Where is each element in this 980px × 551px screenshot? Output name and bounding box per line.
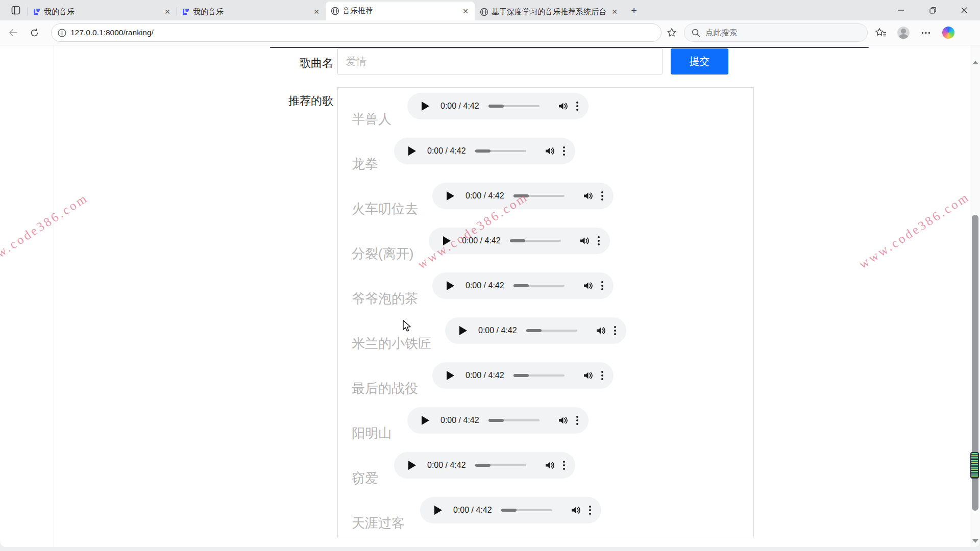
volume-icon[interactable] [558, 416, 568, 425]
seek-bar[interactable] [488, 419, 540, 421]
audio-player[interactable]: 0:00 / 4:42 [420, 497, 601, 523]
back-icon[interactable] [4, 24, 21, 41]
play-icon[interactable] [408, 461, 416, 470]
tab-actions-icon[interactable] [7, 2, 24, 19]
play-icon[interactable] [422, 102, 429, 111]
submit-button[interactable]: 提交 [671, 48, 728, 74]
player-menu-icon[interactable] [576, 101, 578, 112]
url-text[interactable]: 127.0.0.1:8000/ranking/ [70, 28, 154, 37]
song-name-input[interactable] [337, 48, 663, 74]
song-row: 分裂(离开)0:00 / 4:42 [338, 222, 753, 267]
player-menu-icon[interactable] [601, 190, 603, 202]
player-time: 0:00 / 4:42 [440, 102, 479, 111]
song-row: 窃爱0:00 / 4:42 [338, 447, 753, 492]
volume-icon[interactable] [583, 191, 593, 201]
window-close-button[interactable] [948, 0, 980, 20]
volume-icon[interactable] [583, 281, 593, 290]
volume-icon[interactable] [571, 506, 581, 515]
favorites-list-icon[interactable] [872, 23, 890, 42]
audio-player[interactable]: 0:00 / 4:42 [432, 362, 614, 389]
tab-music-recommend-active[interactable]: 音乐推荐 ✕ [326, 2, 475, 20]
play-icon[interactable] [459, 326, 467, 335]
player-menu-icon[interactable] [598, 235, 600, 246]
song-row: 米兰的小铁匠0:00 / 4:42 [338, 312, 753, 357]
seek-bar[interactable] [526, 330, 577, 332]
tab-close-icon[interactable]: ✕ [609, 7, 620, 17]
audio-player[interactable]: 0:00 / 4:42 [407, 407, 589, 434]
seek-bar[interactable] [513, 374, 565, 377]
song-title: 米兰的小铁匠 [352, 335, 431, 353]
play-icon[interactable] [434, 506, 442, 515]
tab-deep-learning-system[interactable]: 基于深度学习的音乐推荐系统后台 ✕ [475, 3, 624, 20]
favorite-star-icon[interactable] [667, 28, 677, 38]
new-tab-button[interactable]: + [627, 4, 641, 18]
play-icon[interactable] [447, 371, 454, 380]
tab-close-icon[interactable]: ✕ [162, 7, 173, 17]
audio-player[interactable]: 0:00 / 4:42 [394, 452, 575, 479]
audio-player[interactable]: 0:00 / 4:42 [394, 138, 575, 164]
song-name-label: 歌曲名 [258, 56, 333, 71]
player-time: 0:00 / 4:42 [427, 146, 466, 156]
play-icon[interactable] [422, 416, 429, 425]
player-menu-icon[interactable] [576, 415, 578, 426]
more-menu-icon[interactable] [917, 23, 935, 42]
volume-icon[interactable] [583, 371, 593, 380]
seek-bar[interactable] [475, 150, 526, 152]
globe-favicon [331, 7, 339, 15]
volume-icon[interactable] [545, 461, 555, 470]
player-menu-icon[interactable] [563, 145, 565, 157]
tab-close-icon[interactable]: ✕ [460, 6, 471, 16]
seek-bar[interactable] [501, 509, 552, 511]
play-icon[interactable] [408, 146, 416, 156]
site-info-icon[interactable] [58, 29, 66, 37]
song-title: 火车叨位去 [352, 200, 418, 218]
player-menu-icon[interactable] [601, 280, 603, 291]
tab-title: 音乐推荐 [342, 6, 457, 16]
seek-bar[interactable] [510, 240, 561, 242]
web-page-content: 歌曲名 提交 推荐的歌 半兽人0:00 / 4:42龙拳0:00 / 4:42火… [0, 45, 980, 547]
volume-icon[interactable] [579, 236, 590, 245]
window-controls [885, 0, 980, 20]
seek-bar[interactable] [488, 105, 540, 107]
player-menu-icon[interactable] [589, 505, 591, 516]
player-menu-icon[interactable] [563, 460, 565, 471]
seek-bar[interactable] [475, 464, 526, 466]
page-top-divider [270, 47, 869, 48]
refresh-icon[interactable] [26, 24, 43, 41]
player-time: 0:00 / 4:42 [465, 371, 504, 380]
audio-player[interactable]: 0:00 / 4:42 [432, 272, 614, 299]
volume-icon[interactable] [545, 146, 555, 156]
scrollbar-marker-badge [970, 452, 979, 479]
song-row: 半兽人0:00 / 4:42 [338, 88, 753, 133]
tab-my-music-1[interactable]: 我的音乐 ✕ [28, 3, 177, 20]
song-row: 龙拳0:00 / 4:42 [338, 133, 753, 178]
window-restore-button[interactable] [917, 0, 948, 20]
page-left-divider [54, 45, 54, 547]
play-icon[interactable] [447, 191, 454, 201]
window-minimize-button[interactable] [885, 0, 917, 20]
song-title: 最后的战役 [352, 380, 418, 397]
globe-favicon [480, 8, 488, 16]
browser-search-box[interactable]: 点此搜索 [684, 23, 868, 42]
volume-icon[interactable] [558, 102, 568, 111]
address-bar[interactable]: 127.0.0.1:8000/ranking/ [51, 23, 662, 42]
seek-bar[interactable] [513, 285, 565, 287]
blue-logo-favicon [182, 8, 190, 16]
song-title: 龙拳 [352, 155, 378, 173]
scrollbar-down-icon[interactable] [972, 539, 978, 543]
player-menu-icon[interactable] [601, 370, 603, 381]
player-menu-icon[interactable] [614, 325, 616, 336]
volume-icon[interactable] [596, 326, 606, 335]
copilot-icon[interactable] [939, 23, 958, 42]
audio-player[interactable]: 0:00 / 4:42 [407, 93, 589, 119]
profile-avatar[interactable] [894, 23, 913, 42]
blue-logo-favicon [33, 8, 41, 16]
play-icon[interactable] [447, 281, 454, 290]
recommended-songs-panel: 半兽人0:00 / 4:42龙拳0:00 / 4:42火车叨位去0:00 / 4… [337, 87, 754, 538]
page-scrollbar[interactable] [970, 45, 980, 547]
tab-close-icon[interactable]: ✕ [311, 7, 322, 17]
audio-player[interactable]: 0:00 / 4:42 [445, 317, 626, 344]
song-row: 阳明山0:00 / 4:42 [338, 402, 753, 447]
tab-my-music-2[interactable]: 我的音乐 ✕ [177, 3, 326, 20]
scrollbar-up-icon[interactable] [972, 61, 978, 64]
